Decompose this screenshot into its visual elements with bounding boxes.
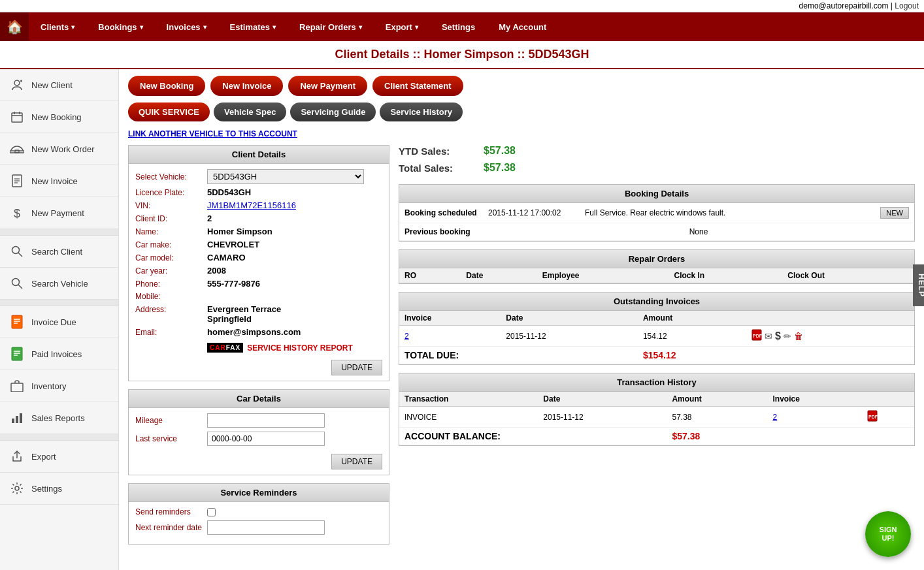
sidebar-label-new-booking: New Booking: [31, 112, 82, 122]
nav-items: Clients ▾ Bookings ▾ Invoices ▾ Estimate…: [29, 12, 924, 41]
main-content: New Booking New Invoice New Payment Clie…: [119, 69, 924, 570]
tab-vehicle-spec[interactable]: Vehicle Spec: [214, 103, 287, 121]
new-client-icon: [8, 76, 26, 94]
pdf-icon[interactable]: PDF: [751, 329, 762, 343]
booking-previous-row: Previous booking None: [399, 223, 914, 241]
sidebar-item-export[interactable]: Export: [0, 441, 118, 473]
car-update-button[interactable]: UPDATE: [331, 454, 382, 469]
mobile-label: Mobile:: [135, 292, 207, 301]
sidebar-item-new-client[interactable]: New Client: [0, 69, 118, 101]
account-balance-label: ACCOUNT BALANCE:: [399, 428, 667, 445]
address-value: Evergreen Terrace Springfield: [207, 304, 281, 324]
new-payment-icon: $: [8, 204, 26, 222]
next-reminder-input[interactable]: [207, 520, 325, 535]
sidebar-item-search-client[interactable]: Search Client: [0, 236, 118, 268]
delete-icon[interactable]: 🗑: [794, 331, 803, 341]
inventory-icon: [8, 377, 26, 395]
payment-icon[interactable]: $: [775, 330, 781, 342]
tab-quik-service[interactable]: QUIK SERVICE: [128, 103, 210, 121]
client-statement-button[interactable]: Client Statement: [372, 76, 463, 96]
sidebar-label-invoice-due: Invoice Due: [31, 317, 76, 327]
nav-estimates[interactable]: Estimates ▾: [218, 12, 288, 41]
sidebar-item-inventory[interactable]: Inventory: [0, 370, 118, 402]
sidebar-item-sales-reports[interactable]: Sales Reports: [0, 402, 118, 434]
nav-bookings[interactable]: Bookings ▾: [86, 12, 154, 41]
ro-col-clock-out: Clock Out: [782, 268, 914, 283]
email-icon[interactable]: ✉: [765, 331, 772, 341]
nav-my-account[interactable]: My Account: [487, 12, 558, 41]
sidebar-item-new-work-order[interactable]: New Work Order: [0, 133, 118, 165]
svg-rect-28: [16, 416, 18, 423]
signup-button[interactable]: SIGN UP!: [865, 511, 911, 557]
client-update-button[interactable]: UPDATE: [331, 360, 382, 375]
sidebar-label-new-payment: New Payment: [31, 208, 84, 218]
left-column: Client Details Select Vehicle: 5DD543GH …: [128, 145, 389, 552]
repair-orders-header-row: RO Date Employee Clock In Clock Out: [399, 268, 914, 283]
mileage-row: Mileage: [135, 413, 382, 428]
new-payment-button[interactable]: New Payment: [288, 76, 367, 96]
nav-repair-orders[interactable]: Repair Orders ▾: [288, 12, 374, 41]
home-button[interactable]: 🏠: [0, 12, 29, 41]
mobile-row: Mobile:: [135, 292, 382, 301]
sales-reports-icon: [8, 409, 26, 427]
svg-rect-29: [20, 413, 22, 423]
new-booking-button[interactable]: New Booking: [128, 76, 205, 96]
oi-tbody: 2 2015-11-12 154.12 PDF ✉: [399, 326, 914, 364]
th-invoice: 2: [768, 407, 862, 428]
edit-icon[interactable]: ✏: [784, 331, 791, 341]
sidebar-divider-1: [0, 229, 118, 236]
th-col-pdf: [862, 392, 914, 407]
nav-settings[interactable]: Settings: [430, 12, 487, 41]
sidebar-label-sales-reports: Sales Reports: [31, 413, 85, 423]
mileage-input[interactable]: [207, 413, 325, 428]
nav-export[interactable]: Export ▾: [374, 12, 430, 41]
vehicle-select[interactable]: 5DD543GH: [207, 169, 364, 184]
nav-invoices[interactable]: Invoices ▾: [155, 12, 218, 41]
tab-service-history[interactable]: Service History: [380, 103, 463, 121]
layout: New Client New Booking New Work Order Ne…: [0, 69, 924, 570]
th-col-invoice: Invoice: [768, 392, 862, 407]
vin-value[interactable]: JM1BM1M72E1156116: [207, 200, 296, 210]
account-balance-value: $57.38: [667, 428, 914, 445]
last-service-input[interactable]: [207, 432, 325, 446]
action-buttons: New Booking New Invoice New Payment Clie…: [128, 76, 915, 96]
svg-rect-22: [12, 347, 22, 360]
link-another-vehicle[interactable]: LINK ANOTHER VEHICLE TO THIS ACCOUNT: [128, 129, 915, 138]
sidebar: New Client New Booking New Work Order Ne…: [0, 69, 119, 570]
booking-scheduled-date: 2015-11-12 17:00:02: [488, 208, 580, 217]
new-invoice-button[interactable]: New Invoice: [210, 76, 283, 96]
repair-orders-card: Repair Orders RO Date Employee Clock In …: [399, 249, 915, 284]
carfax-link[interactable]: SERVICE HISTORY REPORT: [247, 343, 353, 353]
car-make-label: Car make:: [135, 240, 207, 249]
sidebar-item-new-invoice[interactable]: New Invoice: [0, 165, 118, 197]
ytd-sales-row: YTD Sales: $57.38: [399, 145, 915, 157]
total-sales-row: Total Sales: $57.38: [399, 162, 915, 174]
sidebar-item-settings[interactable]: Settings: [0, 473, 118, 505]
th-date: 2015-11-12: [538, 407, 667, 428]
th-col-amount: Amount: [667, 392, 767, 407]
sidebar-item-invoice-due[interactable]: Invoice Due: [0, 306, 118, 338]
select-vehicle-label: Select Vehicle:: [135, 172, 207, 182]
email-row: Email: homer@simpsons.com: [135, 327, 382, 337]
repair-orders-table: RO Date Employee Clock In Clock Out: [399, 268, 914, 283]
tab-servicing-guide[interactable]: Servicing Guide: [290, 103, 376, 121]
next-reminder-label: Next reminder date: [135, 523, 207, 532]
nav-clients[interactable]: Clients ▾: [29, 12, 86, 41]
total-due-label: TOTAL DUE:: [399, 347, 638, 364]
help-tab[interactable]: HELP: [913, 264, 924, 306]
sidebar-item-search-vehicle[interactable]: Search Vehicle: [0, 268, 118, 300]
sidebar-item-paid-invoices[interactable]: Paid Invoices: [0, 338, 118, 370]
svg-line-15: [18, 253, 22, 257]
sidebar-label-paid-invoices: Paid Invoices: [31, 349, 82, 359]
th-pdf[interactable]: PDF: [862, 407, 914, 428]
client-details-body: Select Vehicle: 5DD543GH Licence Plate: …: [129, 164, 389, 381]
sidebar-label-settings: Settings: [31, 484, 62, 494]
logout-link[interactable]: Logout: [895, 1, 919, 10]
sidebar-divider-3: [0, 434, 118, 441]
sidebar-item-new-booking[interactable]: New Booking: [0, 101, 118, 133]
paid-invoices-icon: [8, 345, 26, 363]
send-reminders-checkbox[interactable]: [207, 508, 216, 516]
table-row: 2 2015-11-12 154.12 PDF ✉: [399, 326, 914, 347]
sidebar-item-new-payment[interactable]: $ New Payment: [0, 197, 118, 229]
booking-new-button[interactable]: NEW: [880, 207, 909, 219]
